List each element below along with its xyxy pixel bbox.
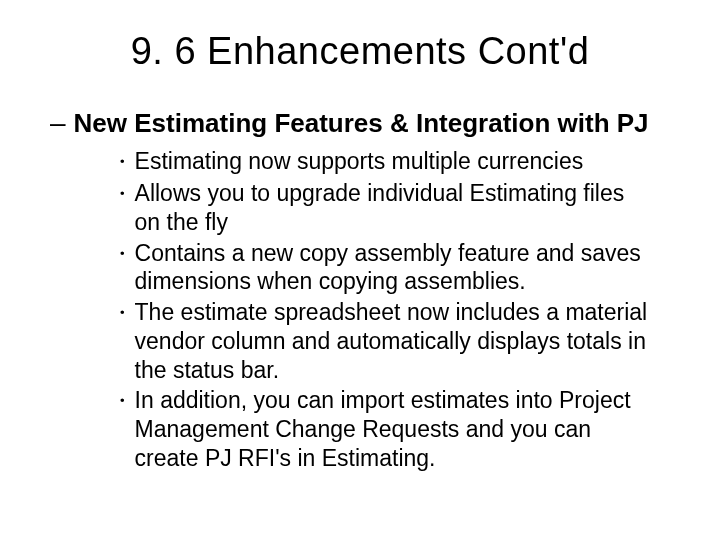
bullet-text: The estimate spreadsheet now includes a … [135,298,650,384]
subheading-row: – New Estimating Features & Integration … [50,108,670,139]
list-item: • Estimating now supports multiple curre… [120,147,650,177]
bullet-icon: • [120,386,125,416]
list-item: • Contains a new copy assembly feature a… [120,239,650,297]
bullet-text: Allows you to upgrade individual Estimat… [135,179,650,237]
list-item: • In addition, you can import estimates … [120,386,650,472]
list-item: • Allows you to upgrade individual Estim… [120,179,650,237]
bullet-icon: • [120,239,125,269]
bullet-icon: • [120,298,125,328]
bullet-icon: • [120,179,125,209]
subheading-dash: – [50,109,66,137]
subheading-text: New Estimating Features & Integration wi… [74,108,649,139]
bullet-list: • Estimating now supports multiple curre… [120,147,650,473]
bullet-text: In addition, you can import estimates in… [135,386,650,472]
bullet-text: Contains a new copy assembly feature and… [135,239,650,297]
bullet-text: Estimating now supports multiple currenc… [135,147,584,176]
list-item: • The estimate spreadsheet now includes … [120,298,650,384]
bullet-icon: • [120,147,125,177]
slide-title: 9. 6 Enhancements Cont'd [50,30,670,73]
